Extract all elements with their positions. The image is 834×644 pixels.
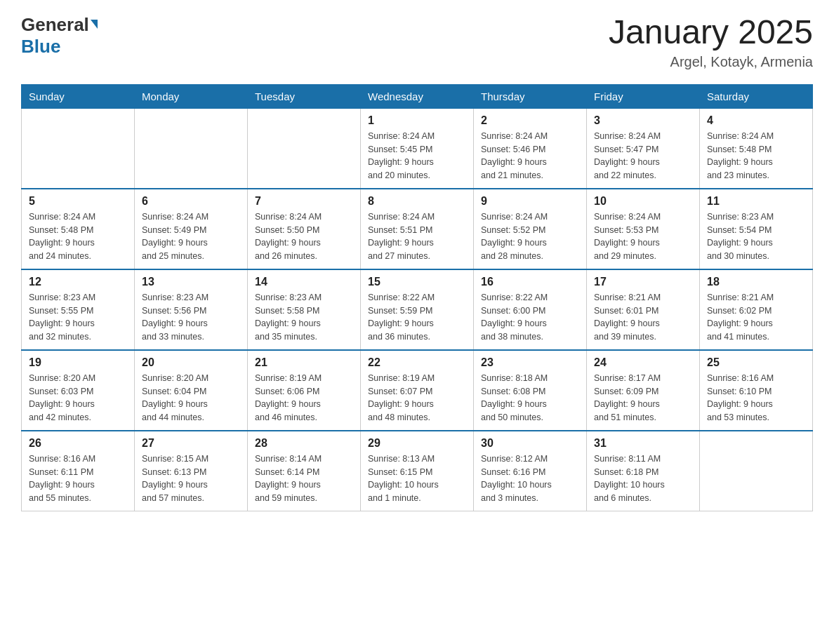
- header-cell-monday: Monday: [135, 84, 248, 108]
- day-info: Sunrise: 8:24 AMSunset: 5:50 PMDaylight:…: [255, 210, 353, 263]
- day-cell: 29Sunrise: 8:13 AMSunset: 6:15 PMDayligh…: [361, 431, 474, 511]
- day-number: 5: [29, 195, 127, 208]
- day-number: 17: [594, 276, 692, 288]
- day-number: 12: [29, 276, 127, 288]
- day-info: Sunrise: 8:17 AMSunset: 6:09 PMDaylight:…: [594, 372, 692, 424]
- day-info: Sunrise: 8:19 AMSunset: 6:07 PMDaylight:…: [368, 372, 466, 424]
- day-cell: 28Sunrise: 8:14 AMSunset: 6:14 PMDayligh…: [248, 431, 361, 511]
- calendar-subtitle: Argel, Kotayk, Armenia: [609, 54, 813, 70]
- day-number: 27: [142, 437, 240, 450]
- day-cell: 11Sunrise: 8:23 AMSunset: 5:54 PMDayligh…: [700, 189, 813, 269]
- page-header: General Blue January 2025 Argel, Kotayk,…: [21, 14, 813, 70]
- day-number: 6: [142, 195, 240, 208]
- day-info: Sunrise: 8:16 AMSunset: 6:10 PMDaylight:…: [707, 372, 805, 424]
- day-info: Sunrise: 8:24 AMSunset: 5:48 PMDaylight:…: [29, 210, 127, 263]
- week-row-3: 12Sunrise: 8:23 AMSunset: 5:55 PMDayligh…: [22, 269, 813, 350]
- day-cell: 1Sunrise: 8:24 AMSunset: 5:45 PMDaylight…: [361, 108, 474, 189]
- day-number: 18: [707, 276, 805, 288]
- day-info: Sunrise: 8:13 AMSunset: 6:15 PMDaylight:…: [368, 452, 466, 505]
- day-cell: 3Sunrise: 8:24 AMSunset: 5:47 PMDaylight…: [587, 108, 700, 189]
- day-info: Sunrise: 8:23 AMSunset: 5:58 PMDaylight:…: [255, 291, 353, 344]
- day-info: Sunrise: 8:19 AMSunset: 6:06 PMDaylight:…: [255, 372, 353, 424]
- day-cell: 21Sunrise: 8:19 AMSunset: 6:06 PMDayligh…: [248, 350, 361, 431]
- day-cell: [135, 108, 248, 189]
- day-number: 19: [29, 356, 127, 369]
- day-info: Sunrise: 8:24 AMSunset: 5:49 PMDaylight:…: [142, 210, 240, 263]
- day-cell: 13Sunrise: 8:23 AMSunset: 5:56 PMDayligh…: [135, 269, 248, 350]
- day-info: Sunrise: 8:16 AMSunset: 6:11 PMDaylight:…: [29, 452, 127, 505]
- day-info: Sunrise: 8:23 AMSunset: 5:55 PMDaylight:…: [29, 291, 127, 344]
- day-info: Sunrise: 8:24 AMSunset: 5:45 PMDaylight:…: [368, 130, 466, 182]
- day-cell: 4Sunrise: 8:24 AMSunset: 5:48 PMDaylight…: [700, 108, 813, 189]
- day-cell: 17Sunrise: 8:21 AMSunset: 6:01 PMDayligh…: [587, 269, 700, 350]
- header-cell-wednesday: Wednesday: [361, 84, 474, 108]
- day-number: 16: [481, 276, 579, 288]
- week-row-2: 5Sunrise: 8:24 AMSunset: 5:48 PMDaylight…: [22, 189, 813, 269]
- day-number: 29: [368, 437, 466, 450]
- day-info: Sunrise: 8:22 AMSunset: 5:59 PMDaylight:…: [368, 291, 466, 344]
- day-number: 26: [29, 437, 127, 450]
- day-cell: 16Sunrise: 8:22 AMSunset: 6:00 PMDayligh…: [474, 269, 587, 350]
- day-number: 28: [255, 437, 353, 450]
- day-number: 31: [594, 437, 692, 450]
- calendar-body: 1Sunrise: 8:24 AMSunset: 5:45 PMDaylight…: [22, 108, 813, 511]
- title-block: January 2025 Argel, Kotayk, Armenia: [609, 14, 813, 70]
- day-number: 14: [255, 276, 353, 288]
- calendar-title: January 2025: [609, 14, 813, 51]
- day-cell: 8Sunrise: 8:24 AMSunset: 5:51 PMDaylight…: [361, 189, 474, 269]
- day-number: 4: [707, 114, 805, 127]
- day-cell: 26Sunrise: 8:16 AMSunset: 6:11 PMDayligh…: [22, 431, 135, 511]
- day-number: 15: [368, 276, 466, 288]
- day-cell: 6Sunrise: 8:24 AMSunset: 5:49 PMDaylight…: [135, 189, 248, 269]
- day-info: Sunrise: 8:18 AMSunset: 6:08 PMDaylight:…: [481, 372, 579, 424]
- day-number: 21: [255, 356, 353, 369]
- day-number: 22: [368, 356, 466, 369]
- day-info: Sunrise: 8:12 AMSunset: 6:16 PMDaylight:…: [481, 452, 579, 505]
- logo-triangle-icon: [91, 20, 98, 29]
- day-number: 23: [481, 356, 579, 369]
- calendar-header: SundayMondayTuesdayWednesdayThursdayFrid…: [22, 84, 813, 108]
- day-number: 13: [142, 276, 240, 288]
- day-cell: 5Sunrise: 8:24 AMSunset: 5:48 PMDaylight…: [22, 189, 135, 269]
- day-info: Sunrise: 8:23 AMSunset: 5:56 PMDaylight:…: [142, 291, 240, 344]
- day-cell: 19Sunrise: 8:20 AMSunset: 6:03 PMDayligh…: [22, 350, 135, 431]
- day-cell: 15Sunrise: 8:22 AMSunset: 5:59 PMDayligh…: [361, 269, 474, 350]
- header-cell-tuesday: Tuesday: [248, 84, 361, 108]
- header-cell-friday: Friday: [587, 84, 700, 108]
- day-number: 30: [481, 437, 579, 450]
- day-number: 7: [255, 195, 353, 208]
- day-info: Sunrise: 8:24 AMSunset: 5:46 PMDaylight:…: [481, 130, 579, 182]
- day-info: Sunrise: 8:11 AMSunset: 6:18 PMDaylight:…: [594, 452, 692, 505]
- calendar-table: SundayMondayTuesdayWednesdayThursdayFrid…: [21, 84, 813, 511]
- day-info: Sunrise: 8:24 AMSunset: 5:48 PMDaylight:…: [707, 130, 805, 182]
- day-info: Sunrise: 8:20 AMSunset: 6:04 PMDaylight:…: [142, 372, 240, 424]
- header-cell-sunday: Sunday: [22, 84, 135, 108]
- day-info: Sunrise: 8:21 AMSunset: 6:01 PMDaylight:…: [594, 291, 692, 344]
- day-number: 11: [707, 195, 805, 208]
- day-number: 25: [707, 356, 805, 369]
- day-number: 1: [368, 114, 466, 127]
- day-cell: 9Sunrise: 8:24 AMSunset: 5:52 PMDaylight…: [474, 189, 587, 269]
- day-info: Sunrise: 8:14 AMSunset: 6:14 PMDaylight:…: [255, 452, 353, 505]
- week-row-4: 19Sunrise: 8:20 AMSunset: 6:03 PMDayligh…: [22, 350, 813, 431]
- day-number: 2: [481, 114, 579, 127]
- day-cell: 23Sunrise: 8:18 AMSunset: 6:08 PMDayligh…: [474, 350, 587, 431]
- day-number: 20: [142, 356, 240, 369]
- day-info: Sunrise: 8:24 AMSunset: 5:52 PMDaylight:…: [481, 210, 579, 263]
- day-cell: 22Sunrise: 8:19 AMSunset: 6:07 PMDayligh…: [361, 350, 474, 431]
- day-cell: 31Sunrise: 8:11 AMSunset: 6:18 PMDayligh…: [587, 431, 700, 511]
- logo-blue-text: Blue: [21, 36, 60, 58]
- day-info: Sunrise: 8:20 AMSunset: 6:03 PMDaylight:…: [29, 372, 127, 424]
- day-cell: 10Sunrise: 8:24 AMSunset: 5:53 PMDayligh…: [587, 189, 700, 269]
- day-cell: 7Sunrise: 8:24 AMSunset: 5:50 PMDaylight…: [248, 189, 361, 269]
- day-number: 24: [594, 356, 692, 369]
- day-cell: [700, 431, 813, 511]
- day-info: Sunrise: 8:15 AMSunset: 6:13 PMDaylight:…: [142, 452, 240, 505]
- week-row-5: 26Sunrise: 8:16 AMSunset: 6:11 PMDayligh…: [22, 431, 813, 511]
- header-cell-saturday: Saturday: [700, 84, 813, 108]
- day-info: Sunrise: 8:24 AMSunset: 5:53 PMDaylight:…: [594, 210, 692, 263]
- day-number: 8: [368, 195, 466, 208]
- day-cell: 24Sunrise: 8:17 AMSunset: 6:09 PMDayligh…: [587, 350, 700, 431]
- day-info: Sunrise: 8:22 AMSunset: 6:00 PMDaylight:…: [481, 291, 579, 344]
- day-cell: 2Sunrise: 8:24 AMSunset: 5:46 PMDaylight…: [474, 108, 587, 189]
